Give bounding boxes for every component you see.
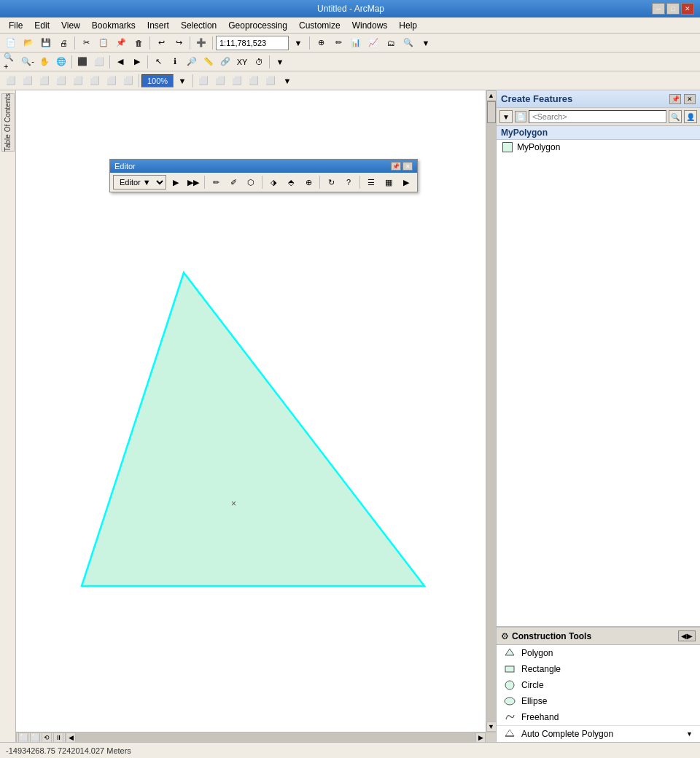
- menu-selection[interactable]: Selection: [175, 19, 222, 32]
- t3-btn2[interactable]: ⬜: [20, 73, 36, 89]
- editor-tool1[interactable]: ▶: [168, 174, 184, 190]
- t3-btn13[interactable]: ⬜: [262, 73, 279, 89]
- back-btn[interactable]: ◀: [112, 54, 128, 70]
- ct-polygon[interactable]: Polygon: [497, 645, 700, 661]
- pan-btn[interactable]: ✋: [36, 54, 52, 70]
- menu-bookmarks[interactable]: Bookmarks: [86, 19, 141, 32]
- maximize-button[interactable]: □: [666, 3, 680, 15]
- union-tool[interactable]: ⊕: [300, 174, 316, 190]
- add-data-button[interactable]: ➕: [193, 35, 209, 51]
- find-features-btn[interactable]: 🔎: [184, 54, 200, 70]
- globe-btn[interactable]: 🌐: [53, 54, 69, 70]
- more2-btn[interactable]: ▼: [272, 54, 288, 70]
- rotate-tool[interactable]: ↻: [323, 174, 339, 190]
- pin-button[interactable]: 📌: [669, 94, 681, 104]
- search-clear-btn[interactable]: 👤: [684, 110, 697, 123]
- save-button[interactable]: 💾: [38, 35, 54, 51]
- time-btn[interactable]: ⏱: [251, 54, 267, 70]
- sketch-props[interactable]: ▦: [381, 174, 397, 190]
- open-button[interactable]: 📂: [20, 35, 36, 51]
- t3-btn6[interactable]: ⬜: [87, 73, 103, 89]
- layer-btn[interactable]: 📄: [515, 111, 526, 122]
- close-panel-btn[interactable]: ✕: [684, 94, 696, 104]
- data-view-btn[interactable]: ⬜: [30, 732, 40, 743]
- statistics-btn[interactable]: 📈: [365, 35, 381, 51]
- scale-input[interactable]: [216, 36, 289, 50]
- menu-customize[interactable]: Customize: [293, 19, 346, 32]
- t3-btn1[interactable]: ⬜: [3, 73, 19, 89]
- merge-tool[interactable]: ⬘: [283, 174, 299, 190]
- redo-button[interactable]: ↪: [171, 35, 187, 51]
- scroll-up-btn[interactable]: ▲: [486, 90, 497, 101]
- feature-item-mypolygon[interactable]: MyPolygon: [497, 140, 700, 155]
- measure-btn[interactable]: 📏: [201, 54, 217, 70]
- ct-rectangle[interactable]: Rectangle: [497, 661, 700, 677]
- scroll-left-btn[interactable]: ◀: [66, 732, 76, 743]
- ct-autocomplete[interactable]: Auto Complete Polygon ▼: [497, 725, 700, 742]
- search-go-btn[interactable]: 🔍: [669, 110, 682, 123]
- more-btn[interactable]: ▼: [418, 35, 434, 51]
- ct-resize-btn1[interactable]: ◀▶: [678, 630, 696, 641]
- reshape-tool[interactable]: ⬡: [243, 174, 259, 190]
- t3-btn11[interactable]: ⬜: [229, 73, 245, 89]
- editor-pin-btn[interactable]: 📌: [391, 162, 401, 171]
- editor-tool2[interactable]: ▶▶: [185, 174, 201, 190]
- menu-geoprocessing[interactable]: Geoprocessing: [222, 19, 293, 32]
- minimize-button[interactable]: ─: [652, 3, 665, 15]
- zoom-layer-btn[interactable]: ⬜: [91, 54, 107, 70]
- t3-btn7[interactable]: ⬜: [104, 73, 120, 89]
- t3-btn10[interactable]: ⬜: [212, 73, 228, 89]
- t3-btn8[interactable]: ⬜: [120, 73, 136, 89]
- zoom-full[interactable]: ⊕: [313, 35, 329, 51]
- page-layout-btn[interactable]: ⬜: [18, 732, 28, 743]
- t3-btn3[interactable]: ⬜: [36, 73, 52, 89]
- editor-close-btn[interactable]: ✕: [402, 162, 413, 171]
- editor-toolbar-btn[interactable]: ✏: [330, 35, 346, 51]
- scroll-thumb-v[interactable]: [487, 101, 496, 123]
- menu-edit[interactable]: Edit: [28, 19, 55, 32]
- menu-windows[interactable]: Windows: [346, 19, 394, 32]
- zoom-in-btn[interactable]: 🔍+: [3, 54, 19, 70]
- find-btn[interactable]: 🔍: [400, 35, 416, 51]
- print-button[interactable]: 🖨: [55, 35, 71, 51]
- zoom-out-btn[interactable]: 🔍-: [20, 54, 36, 70]
- editor-dropdown[interactable]: Editor ▼: [113, 175, 166, 190]
- ct-circle[interactable]: Circle: [497, 677, 700, 693]
- menu-help[interactable]: Help: [393, 19, 423, 32]
- hyperlink-btn[interactable]: 🔗: [217, 54, 233, 70]
- search-input[interactable]: [529, 110, 666, 123]
- prev-page-btn[interactable]: ⟲: [42, 732, 52, 743]
- t3-btn4[interactable]: ⬜: [53, 73, 69, 89]
- forward-btn[interactable]: ▶: [129, 54, 145, 70]
- scroll-down-btn[interactable]: ▼: [486, 722, 497, 732]
- scale-dd[interactable]: ▼: [174, 73, 190, 89]
- horizontal-scrollbar[interactable]: ⬜ ⬜ ⟲ ⏸ ◀ ▶: [16, 732, 496, 742]
- toc-toggle[interactable]: Table Of Contents: [1, 93, 15, 152]
- arc-catalog-btn[interactable]: 🗂: [383, 35, 399, 51]
- xy-btn[interactable]: XY: [234, 54, 250, 70]
- t3-btn12[interactable]: ⬜: [246, 73, 262, 89]
- edit-tool[interactable]: ✏: [208, 174, 224, 190]
- t3-btn9[interactable]: ⬜: [195, 73, 211, 89]
- autocomplete-dropdown-btn[interactable]: ▼: [686, 730, 693, 738]
- split-tool[interactable]: ⬗: [265, 174, 281, 190]
- pause-btn[interactable]: ⏸: [53, 732, 63, 743]
- scroll-right-btn[interactable]: ▶: [475, 732, 486, 743]
- full-extent-btn[interactable]: ⬛: [74, 54, 90, 70]
- vertical-scrollbar[interactable]: ▲ ▼: [486, 90, 496, 732]
- ct-freehand[interactable]: Freehand: [497, 709, 700, 725]
- more-ed[interactable]: ▶: [398, 174, 414, 190]
- identify-btn[interactable]: ℹ: [167, 54, 183, 70]
- search-options-btn[interactable]: ▼: [499, 110, 513, 123]
- attributes-tool[interactable]: ☰: [363, 174, 379, 190]
- sketch-tool[interactable]: ✐: [225, 174, 241, 190]
- select-btn[interactable]: ↖: [150, 54, 166, 70]
- cut-button[interactable]: ✂: [78, 35, 94, 51]
- menu-insert[interactable]: Insert: [141, 19, 175, 32]
- menu-file[interactable]: File: [3, 19, 28, 32]
- ct-ellipse[interactable]: Ellipse: [497, 693, 700, 709]
- close-button[interactable]: ✕: [681, 3, 694, 15]
- delete-button[interactable]: 🗑: [131, 35, 147, 51]
- copy-button[interactable]: 📋: [96, 35, 112, 51]
- table-btn[interactable]: 📊: [348, 35, 364, 51]
